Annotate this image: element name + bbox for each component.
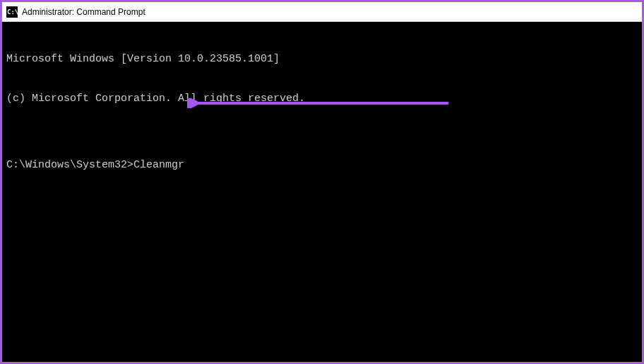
svg-text:C:\: C:\ — [7, 8, 18, 16]
window-title: Administrator: Command Prompt — [22, 7, 145, 17]
copyright-line: (c) Microsoft Corporation. All rights re… — [6, 93, 638, 106]
command-prompt-icon: C:\ — [6, 6, 18, 18]
command-prompt-window: C:\ Administrator: Command Prompt Micros… — [1, 1, 643, 363]
prompt-path: C:\Windows\System32> — [6, 159, 133, 172]
terminal-output[interactable]: Microsoft Windows [Version 10.0.23585.10… — [2, 22, 642, 362]
version-line: Microsoft Windows [Version 10.0.23585.10… — [6, 53, 638, 66]
titlebar[interactable]: C:\ Administrator: Command Prompt — [2, 2, 642, 22]
typed-command[interactable]: Cleanmgr — [133, 159, 184, 172]
prompt-line: C:\Windows\System32>Cleanmgr — [6, 159, 638, 172]
